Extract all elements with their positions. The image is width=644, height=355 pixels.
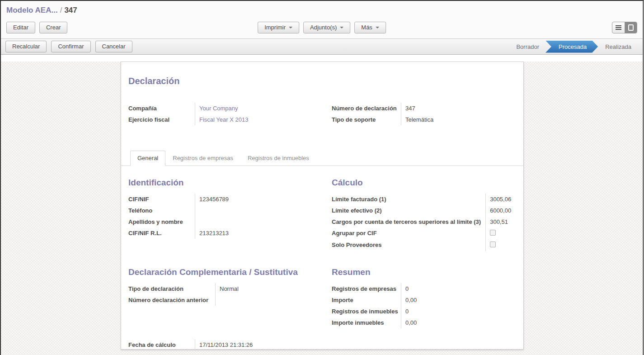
caret-down-icon: [376, 27, 379, 28]
list-icon: [616, 27, 621, 28]
workflow-buttons: Recalcular Confirmar Cancelar: [5, 41, 132, 52]
field-value-cif-nif-rl: 213213213: [195, 227, 332, 239]
field-value-registros-empresas: 0: [401, 283, 516, 294]
breadcrumb-current: 347: [64, 6, 77, 14]
field-value-importe-inmuebles: 0,00: [401, 317, 516, 328]
field-value-compania-link[interactable]: Your Company: [195, 103, 332, 114]
field-label-importe: Importe: [332, 294, 401, 306]
sheet-title: Declaración: [128, 76, 516, 86]
field-label-registros-inmuebles: Registros de inmuebles: [332, 306, 401, 317]
field-label-ejercicio-fiscal: Ejercicio fiscal: [128, 114, 195, 125]
toolbar: Editar Crear Imprimir Adjunto(s) Más: [6, 21, 637, 34]
field-value-cargos-terceros: 300,51: [485, 216, 516, 227]
tab-registros-empresas[interactable]: Registros de empresas: [165, 151, 240, 166]
breadcrumb: Modelo AEA.../347: [6, 5, 637, 15]
header-fields: Compañía Your Company Ejercicio fiscal F…: [128, 103, 516, 125]
field-label-numero-declaracion: Número de declaración: [332, 103, 401, 114]
field-label-telefono: Teléfono: [128, 205, 195, 216]
field-value-numero-declaracion: 347: [401, 103, 516, 114]
field-value-tipo-declaracion: Normal: [215, 283, 332, 294]
more-dropdown-button[interactable]: Más: [354, 22, 386, 33]
field-label-cif-nif-rl: CIF/NIF R.L.: [128, 227, 195, 239]
list-view-button[interactable]: [612, 22, 625, 33]
field-label-importe-inmuebles: Importe inmuebles: [332, 317, 401, 328]
field-label-solo-proveedores: Solo Proveedores: [332, 239, 485, 251]
status-procesada-active: Procesada: [545, 41, 598, 53]
create-button[interactable]: Crear: [39, 22, 68, 33]
header-fields-left: Compañía Your Company Ejercicio fiscal F…: [128, 103, 332, 125]
attachments-label: Adjunto(s): [310, 24, 337, 31]
field-label-agrupar-por-cif: Agrupar por CIF: [332, 227, 485, 239]
agrupar-por-cif-checkbox[interactable]: [490, 230, 496, 236]
field-value-ejercicio-fiscal-link[interactable]: Fiscal Year X 2013: [195, 114, 332, 125]
breadcrumb-parent-link[interactable]: Modelo AEA...: [6, 6, 58, 14]
solo-proveedores-checkbox[interactable]: [490, 241, 496, 247]
section-calculo: Cálculo Límite facturado (1) 3005,06 Lím…: [332, 178, 516, 251]
field-value-apellidos-nombre: [195, 216, 332, 227]
breadcrumb-separator: /: [60, 6, 62, 14]
view-switcher: [612, 22, 637, 33]
section-title-resumen: Resumen: [332, 267, 516, 277]
status-realizada: Realizada: [598, 43, 638, 50]
field-value-tipo-soporte: Telemática: [401, 114, 516, 125]
tab-registros-inmuebles[interactable]: Registros de inmuebles: [240, 151, 316, 166]
caret-down-icon: [289, 27, 292, 28]
action-statusbar: Recalcular Confirmar Cancelar Borrador P…: [1, 38, 643, 55]
tab-general[interactable]: General: [130, 151, 165, 166]
field-label-limite-efectivo: Límite efectivo (2): [332, 205, 485, 216]
field-value-limite-facturado: 3005,06: [485, 194, 516, 205]
field-value-cif-nif: 123456789: [195, 194, 332, 205]
status-borrador: Borrador: [509, 43, 546, 50]
section-resumen: Resumen Registros de empresas 0 Importe …: [332, 267, 516, 328]
section-title-calculo: Cálculo: [332, 178, 516, 188]
recalculate-button[interactable]: Recalcular: [5, 41, 47, 52]
section-identificacion: Identificación CIF/NIF 123456789 Teléfon…: [128, 178, 332, 239]
section-complementaria: Declaración Complementaria / Sustitutiva…: [128, 267, 332, 306]
footer-field: Fecha de cálculo 17/11/2013 21:31:26: [128, 339, 332, 350]
field-label-compania: Compañía: [128, 103, 195, 114]
field-label-limite-facturado: Límite facturado (1): [332, 194, 485, 205]
notebook-tabs: General Registros de empresas Registros …: [121, 151, 523, 166]
form-view-button[interactable]: [625, 22, 637, 33]
attachments-dropdown-button[interactable]: Adjunto(s): [303, 22, 350, 33]
field-label-fecha-calculo: Fecha de cálculo: [128, 339, 195, 350]
print-label: Imprimir: [264, 24, 286, 31]
field-label-tipo-declaracion: Tipo de declaración: [128, 283, 215, 294]
field-label-apellidos-nombre: Apellidos y nombre: [128, 216, 195, 227]
field-value-importe: 0,00: [401, 294, 516, 306]
field-label-cargos-terceros: Cargos por cuenta de terceros superiores…: [332, 216, 485, 227]
record-buttons: Editar Crear: [6, 22, 67, 33]
field-value-fecha-calculo: 17/11/2013 21:31:26: [195, 339, 332, 350]
tab-general-pane: Identificación CIF/NIF 123456789 Teléfon…: [128, 166, 516, 350]
form-icon: [628, 24, 634, 31]
section-title-identificacion: Identificación: [128, 178, 332, 188]
field-value-registros-inmuebles: 0: [401, 306, 516, 317]
confirm-button[interactable]: Confirmar: [51, 41, 90, 52]
edit-button[interactable]: Editar: [6, 22, 35, 33]
field-label-registros-empresas: Registros de empresas: [332, 283, 401, 294]
status-indicator: Borrador Procesada Realizada: [509, 41, 638, 53]
field-value-telefono: [195, 205, 332, 216]
header-fields-right: Número de declaración 347 Tipo de soport…: [332, 103, 516, 125]
form-sheet: Declaración Compañía Your Company Ejerci…: [121, 62, 524, 350]
field-label-numero-declaracion-anterior: Número declaración anterior: [128, 294, 215, 306]
field-label-tipo-soporte: Tipo de soporte: [332, 114, 401, 125]
field-value-limite-efectivo: 6000,00: [485, 205, 516, 216]
field-label-cif-nif: CIF/NIF: [128, 194, 195, 205]
form-background: Declaración Compañía Your Company Ejerci…: [1, 62, 643, 355]
print-dropdown-button[interactable]: Imprimir: [258, 22, 299, 33]
cancel-button[interactable]: Cancelar: [95, 41, 132, 52]
field-value-numero-declaracion-anterior: [215, 294, 332, 306]
section-title-complementaria: Declaración Complementaria / Sustitutiva: [128, 267, 332, 277]
document-buttons: Imprimir Adjunto(s) Más: [258, 22, 386, 33]
top-header: Modelo AEA.../347 Editar Crear Imprimir …: [1, 1, 643, 38]
caret-down-icon: [340, 27, 343, 28]
more-label: Más: [361, 24, 372, 31]
